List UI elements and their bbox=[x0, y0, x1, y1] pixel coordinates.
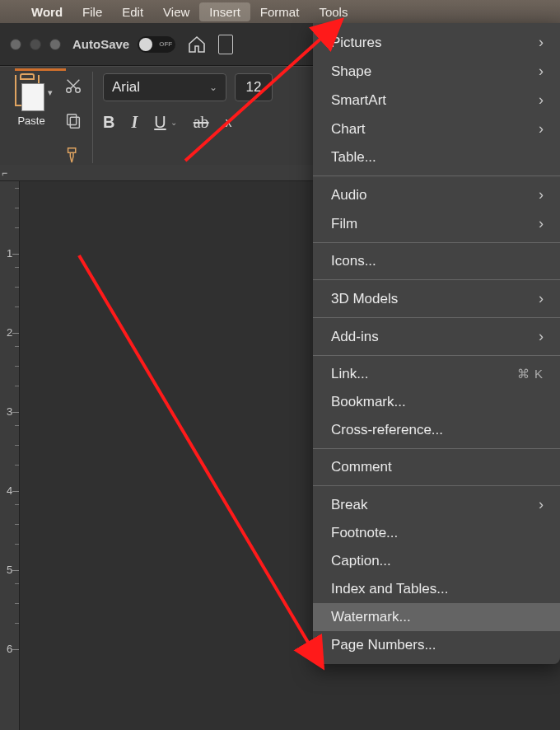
clipboard-column bbox=[64, 77, 82, 161]
insert-menu-break[interactable]: Break› bbox=[313, 490, 560, 519]
chevron-right-icon: › bbox=[539, 215, 544, 232]
menu-item-label: Add-ins bbox=[331, 329, 379, 345]
insert-menu-index-and-tables[interactable]: Index and Tables... bbox=[313, 575, 560, 603]
insert-menu-audio[interactable]: Audio› bbox=[313, 180, 560, 209]
svg-rect-3 bbox=[70, 117, 79, 128]
insert-menu-watermark[interactable]: Watermark... bbox=[313, 603, 560, 631]
chevron-right-icon: › bbox=[539, 186, 544, 204]
menu-item-label: Table... bbox=[331, 149, 376, 166]
insert-menu-pictures[interactable]: Pictures› bbox=[313, 28, 560, 57]
insert-menu-chart[interactable]: Chart› bbox=[313, 115, 560, 143]
insert-menu-add-ins[interactable]: Add-ins› bbox=[313, 322, 560, 351]
menu-separator bbox=[313, 279, 560, 280]
menu-item-label: Icons... bbox=[331, 253, 376, 269]
vertical-ruler[interactable]: 123456 bbox=[0, 181, 20, 730]
chevron-right-icon: › bbox=[539, 290, 544, 307]
paste-dropdown-caret[interactable]: ▾ bbox=[48, 87, 53, 98]
insert-menu-shape[interactable]: Shape› bbox=[313, 57, 560, 86]
menu-item-label: Chart bbox=[331, 121, 366, 138]
menu-item-label: Watermark... bbox=[331, 609, 411, 625]
menu-insert[interactable]: Insert bbox=[199, 2, 250, 21]
zoom-window-button[interactable] bbox=[49, 39, 61, 50]
insert-menu-table[interactable]: Table... bbox=[313, 143, 560, 171]
autosave-control[interactable]: AutoSave OFF bbox=[72, 36, 175, 53]
menu-item-label: Pictures bbox=[331, 35, 381, 51]
ruler-mark: 2 bbox=[0, 326, 19, 339]
toggle-knob bbox=[139, 38, 152, 51]
menu-item-label: Page Numbers... bbox=[331, 637, 436, 653]
menu-separator bbox=[313, 448, 560, 449]
insert-menu-cross-reference[interactable]: Cross-reference... bbox=[313, 416, 560, 444]
chevron-right-icon: › bbox=[539, 34, 544, 51]
copy-icon[interactable] bbox=[64, 111, 82, 133]
home-button[interactable] bbox=[187, 35, 207, 54]
ribbon-separator bbox=[92, 72, 93, 163]
chevron-right-icon: › bbox=[539, 63, 544, 80]
cut-icon[interactable] bbox=[64, 77, 82, 98]
autosave-state: OFF bbox=[159, 40, 172, 48]
menu-item-label: Comment bbox=[331, 459, 392, 475]
autosave-label: AutoSave bbox=[72, 37, 129, 51]
font-size-select[interactable]: 12 bbox=[235, 73, 273, 101]
ruler-mark: 5 bbox=[0, 564, 19, 576]
menu-item-label: Bookmark... bbox=[331, 394, 406, 410]
subscript-button[interactable]: x bbox=[226, 115, 232, 130]
strikethrough-button[interactable]: ab bbox=[194, 113, 209, 132]
insert-menu-comment[interactable]: Comment bbox=[313, 453, 560, 481]
minimize-window-button[interactable] bbox=[30, 39, 41, 50]
insert-menu-link[interactable]: Link...⌘ K bbox=[313, 360, 560, 388]
menu-separator bbox=[313, 485, 560, 486]
insert-menu-icons[interactable]: Icons... bbox=[313, 247, 560, 275]
font-family-select[interactable]: Arial ⌄ bbox=[103, 73, 226, 101]
italic-button[interactable]: I bbox=[131, 113, 138, 132]
font-group: Arial ⌄ 12 B I U ⌄ ab x bbox=[103, 73, 273, 161]
menu-item-label: Film bbox=[331, 216, 357, 232]
insert-menu-smartart[interactable]: SmartArt› bbox=[313, 86, 560, 115]
insert-menu-caption[interactable]: Caption... bbox=[313, 547, 560, 575]
autosave-toggle[interactable]: OFF bbox=[138, 36, 175, 53]
menu-separator bbox=[313, 317, 560, 318]
paste-icon[interactable] bbox=[10, 73, 44, 111]
menu-shortcut: ⌘ K bbox=[517, 367, 544, 381]
menu-separator bbox=[313, 242, 560, 243]
app-menu[interactable]: Word bbox=[21, 2, 72, 21]
menu-separator bbox=[313, 175, 560, 176]
close-window-button[interactable] bbox=[10, 39, 21, 50]
ruler-mark: 4 bbox=[0, 484, 19, 497]
home-tab-indicator bbox=[15, 68, 66, 71]
menu-item-label: Caption... bbox=[331, 553, 391, 569]
menu-item-label: Shape bbox=[331, 63, 371, 80]
indent-marker-icon[interactable]: ⌐ bbox=[2, 167, 7, 179]
window-controls bbox=[10, 39, 61, 50]
chevron-right-icon: › bbox=[539, 496, 544, 513]
menu-format[interactable]: Format bbox=[250, 2, 310, 21]
chevron-right-icon: › bbox=[539, 91, 544, 109]
menu-tools[interactable]: Tools bbox=[309, 2, 357, 21]
paste-label: Paste bbox=[17, 115, 44, 127]
bold-button[interactable]: B bbox=[103, 113, 114, 132]
chevron-right-icon: › bbox=[539, 328, 544, 345]
ruler-mark: 1 bbox=[0, 247, 19, 260]
insert-menu-3d-models[interactable]: 3D Models› bbox=[313, 284, 560, 313]
ruler-mark: 3 bbox=[0, 405, 19, 418]
insert-menu-footnote[interactable]: Footnote... bbox=[313, 519, 560, 547]
document-icon[interactable] bbox=[218, 35, 235, 54]
insert-menu-bookmark[interactable]: Bookmark... bbox=[313, 388, 560, 416]
menu-item-label: Break bbox=[331, 497, 367, 513]
mac-menubar: Word FileEditViewInsertFormatTools bbox=[0, 0, 560, 23]
menu-item-label: Index and Tables... bbox=[331, 581, 448, 597]
menu-separator bbox=[313, 355, 560, 356]
insert-menu-film[interactable]: Film› bbox=[313, 209, 560, 238]
font-family-value: Arial bbox=[112, 79, 140, 96]
menu-item-label: SmartArt bbox=[331, 92, 386, 109]
menu-file[interactable]: File bbox=[72, 2, 112, 21]
underline-button[interactable]: U ⌄ bbox=[154, 113, 176, 132]
ruler-mark: 6 bbox=[0, 643, 19, 655]
menu-item-label: Cross-reference... bbox=[331, 422, 443, 438]
menu-item-label: Audio bbox=[331, 187, 366, 204]
menu-edit[interactable]: Edit bbox=[112, 2, 153, 21]
chevron-down-icon: ⌄ bbox=[209, 82, 217, 93]
menu-item-label: Footnote... bbox=[331, 525, 398, 541]
menu-view[interactable]: View bbox=[153, 2, 199, 21]
insert-menu-page-numbers[interactable]: Page Numbers... bbox=[313, 631, 560, 659]
